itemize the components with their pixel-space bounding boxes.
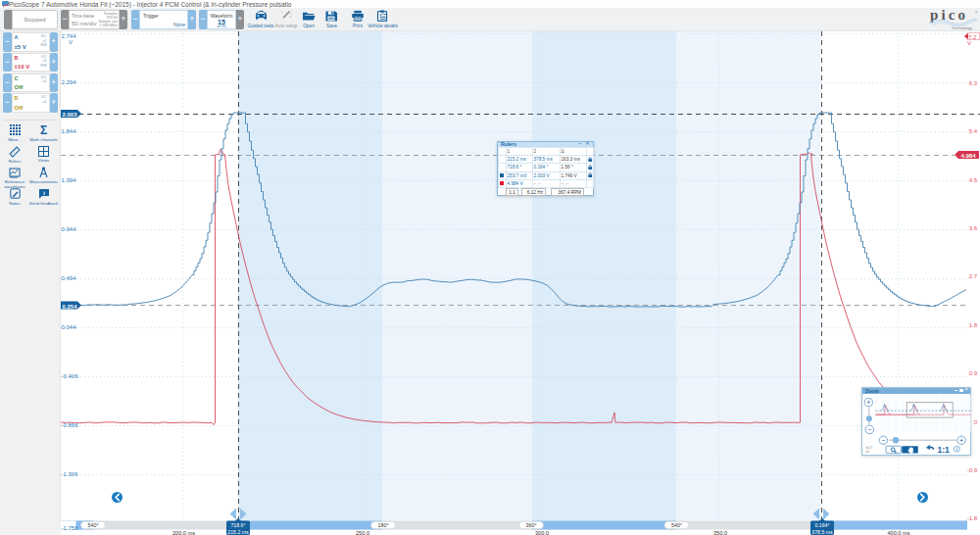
svg-text:-0.9: -0.9 bbox=[967, 467, 978, 473]
svg-text:3.6: 3.6 bbox=[969, 225, 978, 231]
svg-text:1.844: 1.844 bbox=[62, 128, 77, 134]
svg-text:250.0: 250.0 bbox=[356, 530, 369, 535]
svg-text:0.044: 0.044 bbox=[62, 324, 77, 330]
svg-text:−: − bbox=[881, 436, 885, 443]
svg-text:2.7: 2.7 bbox=[969, 273, 978, 279]
svg-text:-0.406: -0.406 bbox=[62, 373, 79, 379]
svg-text:540°: 540° bbox=[671, 522, 682, 528]
svg-text:400.0 ms: 400.0 ms bbox=[887, 530, 909, 535]
svg-text:718.6°: 718.6° bbox=[230, 522, 245, 528]
svg-text:540°: 540° bbox=[87, 522, 98, 528]
svg-text:378.5 ms: 378.5 ms bbox=[811, 529, 833, 535]
svg-text:x0.5: x0.5 bbox=[865, 445, 872, 449]
svg-text:0.254: 0.254 bbox=[62, 304, 77, 310]
svg-text:2.294: 2.294 bbox=[62, 79, 77, 85]
svg-text:300.0: 300.0 bbox=[535, 530, 549, 535]
svg-text:0.164°: 0.164° bbox=[814, 522, 829, 528]
svg-text:1:1: 1:1 bbox=[938, 444, 951, 454]
svg-text:+: + bbox=[866, 399, 870, 406]
svg-text:−: − bbox=[867, 425, 871, 432]
svg-text:-0.856: -0.856 bbox=[62, 422, 79, 428]
svg-text:215.2 ms: 215.2 ms bbox=[227, 529, 249, 535]
svg-text:0.9: 0.9 bbox=[969, 370, 978, 376]
svg-text:-1.306: -1.306 bbox=[62, 471, 79, 477]
svg-text:4.984: 4.984 bbox=[960, 153, 976, 159]
svg-text:180°: 180° bbox=[377, 522, 388, 528]
svg-text:350.0: 350.0 bbox=[713, 530, 727, 535]
svg-text:360°: 360° bbox=[525, 522, 536, 528]
svg-text:+: + bbox=[959, 436, 963, 443]
svg-text:2.003: 2.003 bbox=[62, 112, 77, 118]
svg-text:V: V bbox=[967, 40, 971, 46]
svg-text:1.394: 1.394 bbox=[62, 177, 77, 183]
svg-text:-1.8: -1.8 bbox=[967, 515, 978, 521]
svg-text:4.5: 4.5 bbox=[969, 177, 978, 183]
svg-text:0.494: 0.494 bbox=[62, 275, 77, 281]
svg-text:0.944: 0.944 bbox=[62, 226, 77, 232]
svg-text:-1.756: -1.756 bbox=[62, 525, 79, 531]
svg-text:x2: x2 bbox=[865, 450, 869, 454]
svg-text:5.4: 5.4 bbox=[969, 128, 978, 134]
svg-text:V: V bbox=[69, 39, 73, 45]
svg-text:1.8: 1.8 bbox=[969, 322, 978, 328]
svg-text:i: i bbox=[956, 446, 957, 452]
svg-text:200.0 ms: 200.0 ms bbox=[172, 530, 195, 535]
svg-text:6.3: 6.3 bbox=[969, 80, 978, 86]
